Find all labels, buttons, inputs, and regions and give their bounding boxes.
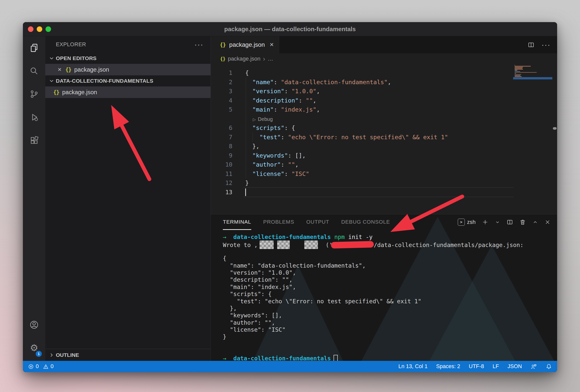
terminal-line: "version": "1.0.0", — [223, 269, 557, 276]
breadcrumb[interactable]: {} package.json › … — [211, 53, 557, 64]
explorer-sidebar: EXPLORER ··· OPEN EDITORS ✕ {} package.j… — [45, 36, 211, 361]
open-editor-label: package.json — [74, 66, 109, 73]
settings-badge: 1 — [36, 351, 42, 357]
warning-count: 0 — [51, 363, 54, 370]
new-terminal-icon[interactable] — [482, 219, 488, 225]
code-lines: 1{2 "name": "data-collection-fundamental… — [211, 64, 557, 197]
terminal-output[interactable]: → data-collection-fundamentals npm init … — [211, 230, 557, 361]
tab-package-json[interactable]: {} package.json ✕ — [211, 36, 279, 53]
terminal-line: "test": "echo \"Error: no test specified… — [223, 298, 557, 305]
settings-gear-icon[interactable]: ⚙ 1 — [23, 336, 45, 359]
chevron-down-icon — [49, 56, 54, 61]
problems-indicator[interactable]: 0 0 — [28, 363, 54, 370]
tab-terminal[interactable]: TERMINAL — [223, 214, 251, 230]
window-title: package.json — data-collection-fundament… — [23, 22, 557, 36]
account-icon[interactable] — [23, 313, 45, 336]
terminal-panel: TERMINAL PROBLEMS OUTPUT DEBUG CONSOLE >… — [211, 214, 557, 361]
chevron-down-icon[interactable] — [495, 219, 500, 225]
feedback-icon[interactable] — [530, 363, 537, 370]
title-bar[interactable]: package.json — data-collection-fundament… — [23, 22, 557, 36]
minimap-current-line — [513, 77, 552, 79]
terminal-line: "name": "data-collection-fundamentals", — [223, 262, 557, 269]
panel-tab-bar: TERMINAL PROBLEMS OUTPUT DEBUG CONSOLE >… — [211, 214, 557, 230]
code-line: 11 "license": "ISC" — [211, 169, 557, 179]
code-line: 7 "test": "echo \"Error: no test specifi… — [211, 133, 557, 142]
explorer-actions-icon[interactable]: ··· — [194, 42, 203, 47]
encoding[interactable]: UTF-8 — [469, 363, 484, 370]
terminal-line: "scripts": { — [223, 290, 557, 298]
redaction-pixelated-3 — [304, 240, 318, 249]
terminal-wrote-line: Wrote to ,('Pl/data-collection-fundament… — [223, 240, 557, 248]
vscode-window: package.json — data-collection-fundament… — [23, 22, 557, 372]
redaction-marker — [331, 241, 374, 249]
close-editor-icon[interactable]: ✕ — [56, 67, 63, 73]
eol-sequence[interactable]: LF — [493, 363, 499, 370]
traffic-lights — [28, 26, 51, 32]
cursor-position[interactable]: Ln 13, Col 1 — [398, 363, 428, 370]
json-file-icon: {} — [220, 56, 225, 62]
code-line: 5 "main": "index.js", — [211, 105, 557, 114]
minimap-line — [515, 65, 515, 66]
open-editors-section-header[interactable]: OPEN EDITORS — [45, 53, 211, 64]
chevron-up-icon[interactable] — [532, 219, 538, 225]
split-terminal-icon[interactable] — [507, 219, 513, 225]
terminal-line — [223, 340, 557, 348]
minimap-line — [515, 69, 523, 70]
code-line: 8 }, — [211, 142, 557, 151]
split-editor-icon[interactable] — [528, 41, 534, 48]
code-line: 9 "keywords": [], — [211, 151, 557, 160]
minimap[interactable] — [513, 65, 552, 80]
codelens-row[interactable]: ▷Debug — [211, 114, 557, 124]
chevron-right-icon — [49, 352, 54, 358]
terminal-line: "license": "ISC" — [223, 326, 557, 333]
scrollbar-thumb[interactable] — [553, 127, 557, 130]
editor-more-actions-icon[interactable]: ··· — [542, 42, 551, 47]
code-line: 1{ — [211, 68, 557, 78]
code-line: 3 "version": "1.0.0", — [211, 87, 557, 96]
source-control-icon[interactable] — [23, 82, 45, 106]
minimap-line — [515, 70, 517, 71]
trash-icon[interactable] — [519, 219, 526, 225]
run-debug-icon[interactable] — [23, 106, 45, 129]
shell-selector[interactable]: > zsh — [458, 219, 476, 226]
outline-section-header[interactable]: OUTLINE — [45, 349, 211, 361]
breadcrumb-file[interactable]: package.json — [228, 56, 261, 62]
file-item-package-json[interactable]: {} package.json — [45, 86, 211, 98]
close-window-button[interactable] — [28, 26, 33, 32]
terminal-line: }, — [223, 305, 557, 312]
zoom-window-button[interactable] — [46, 26, 51, 32]
json-file-icon: {} — [53, 89, 59, 95]
code-line: 12} — [211, 178, 557, 188]
close-tab-icon[interactable]: ✕ — [268, 41, 275, 48]
tab-problems[interactable]: PROBLEMS — [263, 214, 294, 230]
extensions-icon[interactable] — [23, 129, 45, 152]
open-editor-item-package-json[interactable]: ✕ {} package.json — [45, 64, 211, 75]
activity-bar: ⚙ 1 — [23, 36, 45, 361]
terminal-line: { — [223, 255, 557, 262]
status-bar: 0 0 Ln 13, Col 1 Spaces: 2 UTF-8 LF JSON — [23, 361, 557, 372]
tab-output[interactable]: OUTPUT — [306, 214, 329, 230]
code-line: 4 "description": "", — [211, 96, 557, 105]
breadcrumb-more[interactable]: … — [268, 56, 273, 62]
language-mode[interactable]: JSON — [508, 363, 522, 370]
indentation[interactable]: Spaces: 2 — [436, 363, 460, 370]
terminal-line: "author": "", — [223, 319, 557, 326]
error-icon — [28, 364, 34, 370]
explorer-icon[interactable] — [23, 36, 45, 59]
notifications-bell-icon[interactable] — [546, 363, 552, 370]
code-editor[interactable]: 1{2 "name": "data-collection-fundamental… — [211, 64, 557, 214]
folder-section-header[interactable]: DATA-COLLECTION-FUNDAMENTALS — [45, 75, 211, 86]
search-icon[interactable] — [23, 59, 45, 82]
minimap-line — [515, 68, 522, 69]
chevron-down-icon — [49, 78, 54, 84]
error-count: 0 — [36, 363, 39, 370]
debug-codelens[interactable]: ▷Debug — [253, 116, 273, 122]
minimize-window-button[interactable] — [37, 26, 42, 32]
close-panel-icon[interactable] — [545, 219, 551, 225]
minimap-line — [515, 74, 521, 75]
minimap-line — [515, 73, 516, 74]
terminal-line: "keywords": [], — [223, 312, 557, 319]
minimap-line — [515, 71, 520, 72]
tab-debug-console[interactable]: DEBUG CONSOLE — [341, 214, 390, 230]
terminal-cursor — [334, 355, 338, 361]
